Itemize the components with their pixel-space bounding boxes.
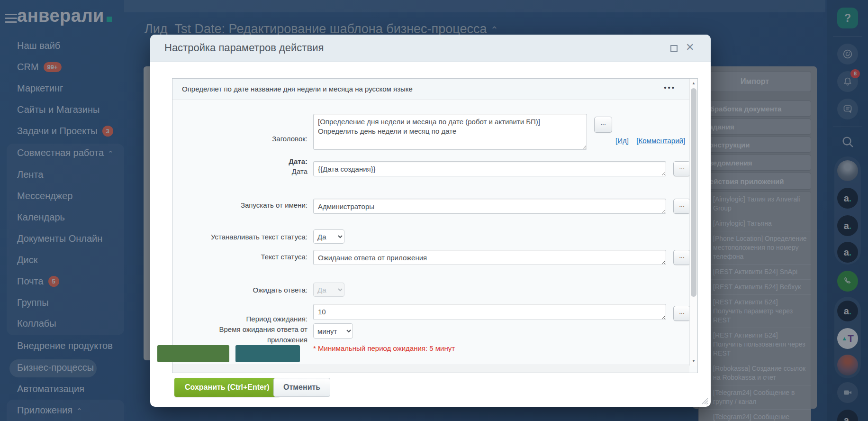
field-label-wait-period-1: Период ожидания: [172, 315, 307, 323]
date-more-button[interactable]: ... [673, 161, 690, 176]
status-text-more-button[interactable]: ... [673, 250, 690, 265]
field-label-date-bold: Дата: [172, 157, 307, 165]
run-as-more-button[interactable]: ... [673, 199, 690, 214]
wait-response-select: Да [313, 283, 344, 297]
field-label-set-status: Устанавливать текст статуса: [172, 233, 307, 241]
modal-title: Настройка параметров действия [164, 42, 324, 54]
vertical-scrollbar[interactable]: ▲ ▼ [689, 79, 697, 366]
field-label-wait-period-3: приложения [172, 336, 307, 344]
scroll-up-icon[interactable]: ▲ [690, 81, 697, 85]
field-label-date-sub: Дата [172, 167, 307, 175]
set-status-select[interactable]: Да [313, 229, 344, 244]
action-description: Определяет по дате название дня недели и… [182, 85, 413, 93]
title-more-button[interactable]: ... [594, 117, 612, 133]
cancel-button[interactable]: Отменить [273, 378, 330, 397]
date-textarea[interactable]: {{Дата создания}} [313, 161, 666, 176]
field-label-wait-response: Ожидать ответа: [172, 286, 307, 294]
wait-period-textarea[interactable]: 10 [313, 304, 666, 320]
field-label-status-text: Текст статуса: [172, 253, 307, 261]
wait-period-unit-select[interactable]: минут [313, 323, 353, 339]
title-textarea[interactable]: [Определение дня недели и месяца по дате… [313, 114, 587, 150]
run-as-textarea[interactable]: Администраторы [313, 199, 666, 214]
id-link[interactable]: [Ид] [615, 137, 629, 145]
wait-period-more-button[interactable]: ... [673, 306, 690, 321]
min-period-warning: * Минимальный период ожидания: 5 минут [313, 344, 455, 352]
more-menu-dots-icon[interactable]: ••• [664, 83, 676, 92]
status-text-textarea[interactable]: Ожидание ответа от приложения [313, 250, 666, 265]
save-button[interactable]: Сохранить (Ctrl+Enter) [174, 378, 280, 397]
field-links: [Ид] [Комментарий] [615, 137, 691, 145]
comment-link[interactable]: [Комментарий] [636, 137, 685, 145]
background-apply-button [235, 345, 300, 362]
maximize-icon[interactable] [670, 45, 678, 52]
action-form: Определяет по дате название дня недели и… [172, 78, 698, 373]
close-icon[interactable]: ✕ [686, 41, 694, 54]
resize-handle-icon[interactable] [702, 398, 708, 404]
horizontal-scrollbar[interactable] [172, 365, 689, 373]
scroll-down-icon[interactable]: ▼ [690, 359, 697, 363]
field-label-wait-period-2: Время ожидания ответа от [172, 325, 307, 333]
field-label-run-as: Запускать от имени: [172, 201, 307, 209]
field-label-title: Заголовок: [172, 135, 307, 143]
background-save-button [157, 345, 229, 362]
screen: Лид_Tst Date: Редактирование шаблона биз… [0, 0, 868, 421]
scrollbar-thumb[interactable] [691, 88, 696, 297]
action-settings-modal: Настройка параметров действия ✕ Определя… [150, 35, 711, 407]
